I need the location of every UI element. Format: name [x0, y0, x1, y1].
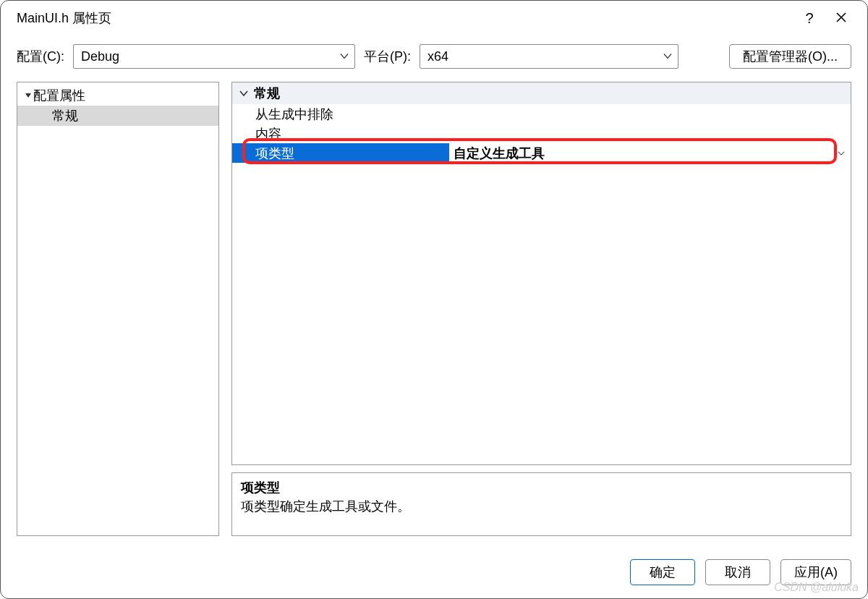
dropdown-arrow-icon[interactable]	[835, 147, 848, 160]
cancel-button[interactable]: 取消	[705, 559, 770, 585]
description-panel: 项类型 项类型确定生成工具或文件。	[231, 472, 851, 536]
chevron-down-icon	[340, 49, 349, 64]
close-button[interactable]	[825, 10, 857, 27]
toolbar: 配置(C): Debug 平台(P): x64 配置管理器(O)...	[1, 35, 867, 82]
property-group-label: 常规	[254, 85, 280, 102]
property-value[interactable]	[449, 104, 851, 124]
property-group-header[interactable]: 常规	[232, 82, 851, 104]
titlebar: MainUI.h 属性页 ?	[1, 1, 867, 35]
apply-button[interactable]: 应用(A)	[780, 559, 851, 585]
property-value[interactable]	[449, 124, 851, 143]
tree-child-label: 常规	[52, 107, 78, 124]
property-row-selected[interactable]: 项类型 自定义生成工具	[232, 143, 851, 163]
config-combo-value: Debug	[81, 49, 119, 64]
property-page-window: MainUI.h 属性页 ? 配置(C): Debug 平台(P): x64 配…	[0, 0, 868, 599]
footer: 确定 取消 应用(A)	[1, 546, 867, 598]
property-key: 项类型	[232, 143, 449, 163]
caret-down-icon	[23, 92, 33, 99]
property-key: 从生成中排除	[232, 104, 449, 124]
description-title: 项类型	[241, 479, 842, 496]
property-key: 内容	[232, 124, 449, 143]
tree-root-node[interactable]: 配置属性	[17, 85, 218, 106]
help-button[interactable]: ?	[793, 10, 825, 27]
platform-combo-value: x64	[427, 49, 448, 64]
property-value[interactable]: 自定义生成工具	[449, 143, 851, 163]
platform-combo[interactable]: x64	[420, 44, 678, 69]
chevron-down-icon	[663, 49, 672, 64]
property-row[interactable]: 内容	[232, 124, 851, 143]
close-icon	[835, 12, 847, 23]
config-tree[interactable]: 配置属性 常规	[17, 82, 219, 536]
config-manager-button[interactable]: 配置管理器(O)...	[729, 44, 851, 69]
tree-root-label: 配置属性	[33, 87, 85, 104]
config-label: 配置(C):	[17, 48, 64, 65]
ok-button[interactable]: 确定	[630, 559, 695, 585]
tree-child-general[interactable]: 常规	[17, 106, 218, 126]
description-text: 项类型确定生成工具或文件。	[241, 498, 842, 515]
chevron-down-icon	[239, 86, 248, 101]
config-combo[interactable]: Debug	[73, 44, 355, 69]
body: 配置属性 常规 常规 从生成中排除 内容	[1, 82, 867, 536]
platform-label: 平台(P):	[364, 48, 411, 65]
right-column: 常规 从生成中排除 内容 项类型 自定义生成工具	[231, 82, 851, 536]
property-row[interactable]: 从生成中排除	[232, 104, 851, 124]
window-title: MainUI.h 属性页	[17, 9, 793, 27]
property-grid[interactable]: 常规 从生成中排除 内容 项类型 自定义生成工具	[231, 82, 851, 465]
